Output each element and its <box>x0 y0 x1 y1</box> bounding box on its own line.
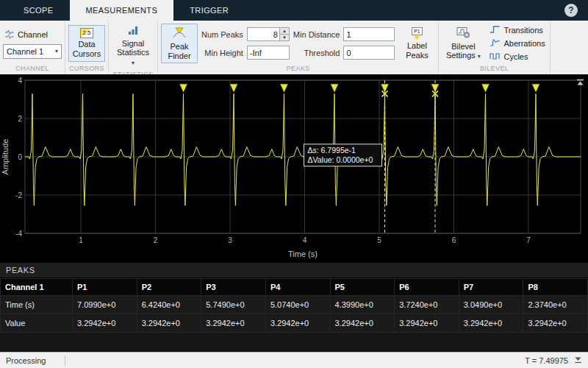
svg-text:4: 4 <box>303 236 307 244</box>
svg-text:Δs: 6.7995e-1: Δs: 6.7995e-1 <box>308 146 356 155</box>
peaks-value-cell: 3.2942e+0 <box>137 314 201 333</box>
svg-text:ΔValue: 0.0000e+0: ΔValue: 0.0000e+0 <box>308 155 373 164</box>
svg-text:0: 0 <box>18 153 22 161</box>
transitions-label: Transitions <box>503 26 542 35</box>
peaks-value-cell: 5.0740e+0 <box>265 296 330 314</box>
chevron-down-icon: ▾ <box>55 48 58 54</box>
peaks-table-header-cell: P3 <box>201 279 266 296</box>
svg-text:-4: -4 <box>15 230 22 238</box>
peaks-table-header-cell: Channel 1 <box>1 279 73 296</box>
peaks-row-label: Value <box>1 314 73 333</box>
toolbar-section-statistics: Signal Statistics ▾ STATISTICS <box>109 21 158 74</box>
peaks-value-cell: 3.2942e+0 <box>459 314 523 333</box>
svg-text:Amplitude: Amplitude <box>1 139 10 175</box>
status-divider <box>65 355 65 366</box>
toolbar-section-bilevel: Bilevel Settings ▾ Transitions Aberratio… <box>439 21 550 74</box>
peaks-panel-title: PEAKS <box>0 263 588 278</box>
peaks-table-row: Time (s)7.0990e+06.4240e+05.7490e+05.074… <box>1 296 588 314</box>
bar-chart-icon <box>128 26 138 38</box>
transitions-button[interactable]: Transitions <box>488 24 546 37</box>
label-peaks-icon: P1 <box>412 27 423 40</box>
label-peaks-icon-marker <box>414 36 420 40</box>
svg-text:-2: -2 <box>15 191 22 199</box>
channel-icon <box>4 29 15 40</box>
scope-plot-area[interactable]: 1234567-4-2024Time (s)AmplitudeΔs: 6.799… <box>0 74 588 263</box>
status-text: Processing <box>6 356 46 365</box>
signal-statistics-button[interactable]: Signal Statistics ▾ <box>112 23 154 70</box>
cycles-button[interactable]: Cycles <box>488 51 546 63</box>
num-peaks-stepper: ▲▼ <box>247 27 290 41</box>
peaks-value-cell: 6.4240e+0 <box>137 296 201 314</box>
min-distance-input[interactable] <box>343 27 395 41</box>
peaks-value-cell: 7.0990e+0 <box>73 296 137 314</box>
svg-text:7: 7 <box>526 236 531 244</box>
transitions-icon <box>490 25 501 35</box>
peak-settings-grid: Num Peaks ▲▼ Min Distance Min Height Thr… <box>201 27 395 60</box>
peaks-table-header-cell: P7 <box>459 279 523 296</box>
toolbar-section-cursors: 2.5 Data Cursors CURSORS <box>65 21 109 74</box>
label-peaks-button[interactable]: P1 Label Peaks <box>398 24 435 63</box>
section-label-bilevel: BILEVEL <box>442 64 546 74</box>
peaks-panel: PEAKS Channel 1P1P2P3P4P5P6P7P8 Time (s)… <box>0 263 588 352</box>
toolbar-section-peaks: Peak Finder Num Peaks ▲▼ Min Distance Mi… <box>158 21 439 74</box>
bilevel-settings-label: Bilevel Settings <box>446 42 476 60</box>
help-button[interactable]: ? <box>564 4 578 17</box>
label-peaks-icon-text: P1 <box>412 27 423 35</box>
threshold-label: Threshold <box>304 49 340 57</box>
peaks-table-header-cell: P5 <box>330 279 395 296</box>
svg-text:Time (s): Time (s) <box>288 250 318 258</box>
peaks-value-cell: 3.2942e+0 <box>330 314 395 333</box>
peak-finder-button[interactable]: Peak Finder <box>161 24 198 64</box>
section-label-peaks: PEAKS <box>161 64 435 74</box>
bilevel-settings-button[interactable]: Bilevel Settings ▾ <box>442 24 484 63</box>
threshold-input[interactable] <box>343 46 395 60</box>
toolbar-section-channel: Channel Channel 1 ▾ CHANNEL <box>0 21 65 74</box>
channel-select[interactable]: Channel 1 ▾ <box>3 44 62 59</box>
svg-text:3: 3 <box>228 236 232 244</box>
peak-finder-label: Peak Finder <box>164 42 195 60</box>
cycles-icon <box>490 52 501 62</box>
svg-text:5: 5 <box>377 236 381 244</box>
svg-text:2: 2 <box>18 115 22 123</box>
tab-trigger[interactable]: TRIGGER <box>173 0 245 21</box>
tab-measurements[interactable]: MEASUREMENTS <box>70 0 174 21</box>
cycles-label: Cycles <box>503 52 528 61</box>
channel-button[interactable]: Channel <box>3 29 49 41</box>
peaks-value-cell: 5.7490e+0 <box>201 296 266 314</box>
scope-window: SCOPE MEASUREMENTS TRIGGER ? Channel Cha… <box>0 0 588 368</box>
aberrations-icon <box>490 38 501 49</box>
chevron-down-icon: ▾ <box>478 53 481 60</box>
peaks-value-cell: 3.2942e+0 <box>265 314 330 333</box>
spin-down-icon[interactable]: ▼ <box>280 35 289 40</box>
measurements-toolbar: Channel Channel 1 ▾ CHANNEL 2.5 Data Cur… <box>0 21 588 74</box>
peaks-value-cell: 3.2942e+0 <box>201 314 266 333</box>
svg-text:4: 4 <box>18 77 22 85</box>
channel-select-value: Channel 1 <box>7 47 43 56</box>
section-label-channel: CHANNEL <box>3 64 62 74</box>
svg-text:1: 1 <box>79 236 83 244</box>
tab-scope[interactable]: SCOPE <box>7 0 70 21</box>
spin-up-icon[interactable]: ▲ <box>280 28 289 35</box>
bilevel-settings-icon <box>456 26 470 40</box>
aberrations-button[interactable]: Aberrations <box>488 38 546 50</box>
toolbar-filler <box>551 21 588 74</box>
peaks-table-header-cell: P4 <box>265 279 330 296</box>
peaks-value-cell: 2.3740e+0 <box>523 296 588 314</box>
min-height-input[interactable] <box>247 46 290 60</box>
svg-text:2: 2 <box>154 236 158 244</box>
peaks-table-header-cell: P2 <box>137 279 201 296</box>
scope-chart: 1234567-4-2024Time (s)AmplitudeΔs: 6.799… <box>0 74 588 263</box>
data-cursors-button[interactable]: 2.5 Data Cursors <box>68 25 105 61</box>
peaks-value-cell: 3.2942e+0 <box>73 314 137 333</box>
collapse-panel-icon[interactable] <box>574 356 582 365</box>
section-label-cursors: CURSORS <box>68 64 105 74</box>
min-distance-label: Min Distance <box>293 30 340 39</box>
peaks-table-header-cell: P6 <box>395 279 459 296</box>
peaks-value-cell: 4.3990e+0 <box>330 296 395 314</box>
peaks-table-header-cell: P8 <box>523 279 588 296</box>
peaks-value-cell: 3.2942e+0 <box>523 314 588 333</box>
bilevel-button-stack: Transitions Aberrations Cycles <box>488 24 546 63</box>
chevron-down-icon: ▾ <box>132 60 135 66</box>
collapse-toolbar-icon[interactable] <box>576 77 585 90</box>
num-peaks-label: Num Peaks <box>201 30 243 39</box>
